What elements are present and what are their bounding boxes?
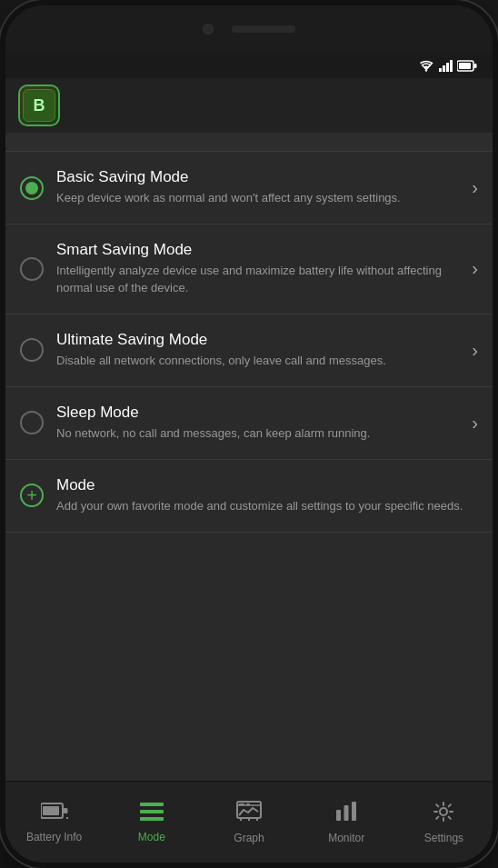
signal-icon (438, 60, 453, 72)
mode-desc-custom: Add your own favorite mode and customize… (56, 498, 478, 515)
nav-label-battery-info: Battery Info (26, 831, 82, 843)
nav-label-monitor: Monitor (328, 832, 364, 844)
front-camera (203, 24, 214, 35)
svg-rect-4 (450, 60, 453, 72)
mode-item-smart[interactable]: Smart Saving Mode Intelligently analyze … (5, 224, 493, 314)
phone-frame: B Basic Saving Mode Keep device work as … (0, 0, 498, 868)
nav-label-settings: Settings (424, 832, 463, 844)
modes-list: Basic Saving Mode Keep device work as no… (5, 151, 493, 781)
svg-rect-11 (140, 803, 164, 806)
phone-screen: B Basic Saving Mode Keep device work as … (5, 53, 493, 863)
svg-rect-9 (63, 808, 67, 813)
nav-item-monitor[interactable]: Monitor (298, 782, 395, 863)
nav-item-graph[interactable]: Graph (200, 782, 297, 863)
mode-arrow-ultimate: › (472, 340, 478, 361)
nav-item-battery-info[interactable]: Battery Info (5, 782, 103, 863)
status-icons (419, 60, 482, 72)
speaker-notch (232, 25, 295, 33)
nav-item-settings[interactable]: Settings (395, 782, 493, 863)
battery-icon (457, 60, 477, 72)
mode-content-custom: Mode Add your own favorite mode and cust… (56, 476, 478, 515)
svg-rect-12 (140, 810, 164, 813)
app-logo-inner: B (23, 89, 55, 122)
svg-rect-7 (459, 63, 471, 69)
svg-point-24 (440, 808, 447, 815)
mode-radio-smart[interactable] (20, 257, 44, 281)
svg-rect-23 (352, 802, 356, 821)
mode-item-sleep[interactable]: Sleep Mode No network, no call and messa… (5, 387, 493, 460)
nav-label-mode: Mode (138, 831, 165, 843)
mode-item-custom[interactable]: + Mode Add your own favorite mode and cu… (5, 460, 493, 533)
mode-desc-smart: Intelligently analyze device use and max… (56, 263, 464, 297)
svg-rect-13 (140, 817, 164, 821)
nav-icon-mode (140, 802, 164, 825)
phone-top-bar (5, 5, 493, 53)
mode-content-sleep: Sleep Mode No network, no call and messa… (56, 404, 464, 443)
nav-icon-graph (236, 801, 262, 826)
svg-point-0 (425, 69, 427, 71)
mode-arrow-basic: › (472, 177, 478, 198)
status-bar (5, 53, 493, 78)
mode-plus-custom: + (20, 484, 44, 507)
nav-item-mode[interactable]: Mode (103, 782, 200, 863)
svg-rect-17 (246, 803, 250, 805)
svg-rect-22 (344, 805, 349, 821)
svg-rect-10 (43, 806, 59, 815)
svg-rect-3 (446, 63, 449, 72)
mode-name-custom: Mode (56, 476, 478, 494)
mode-content-basic: Basic Saving Mode Keep device work as no… (56, 168, 464, 207)
app-header: B (5, 78, 493, 133)
mode-name-sleep: Sleep Mode (56, 404, 464, 422)
bottom-nav: Battery Info Mode Graph Monitor (5, 781, 493, 863)
nav-icon-settings (433, 801, 454, 826)
app-subtitle (5, 133, 493, 151)
app-logo: B (18, 85, 60, 126)
svg-rect-21 (336, 810, 341, 821)
mode-name-ultimate: Ultimate Saving Mode (56, 331, 464, 349)
mode-content-ultimate: Ultimate Saving Mode Disable all network… (56, 331, 464, 370)
svg-rect-6 (474, 64, 477, 68)
mode-desc-ultimate: Disable all network connections, only le… (56, 353, 464, 370)
mode-item-ultimate[interactable]: Ultimate Saving Mode Disable all network… (5, 314, 493, 387)
mode-content-smart: Smart Saving Mode Intelligently analyze … (56, 241, 464, 297)
nav-label-graph: Graph (234, 832, 264, 844)
nav-icon-battery-info (41, 802, 68, 825)
nav-icon-monitor (334, 801, 358, 826)
mode-arrow-smart: › (472, 258, 478, 279)
mode-item-basic[interactable]: Basic Saving Mode Keep device work as no… (5, 152, 493, 224)
mode-desc-basic: Keep device work as normal and won't aff… (56, 190, 464, 207)
mode-arrow-sleep: › (472, 413, 478, 434)
mode-name-basic: Basic Saving Mode (56, 168, 464, 186)
svg-rect-1 (439, 68, 442, 72)
mode-name-smart: Smart Saving Mode (56, 241, 464, 259)
mode-radio-basic[interactable] (20, 176, 44, 200)
more-menu-button[interactable] (465, 102, 480, 109)
svg-rect-2 (443, 65, 445, 72)
mode-radio-ultimate[interactable] (20, 338, 44, 362)
wifi-icon (419, 60, 433, 72)
mode-desc-sleep: No network, no call and messages, can ke… (56, 425, 464, 443)
mode-radio-sleep[interactable] (20, 411, 44, 434)
svg-rect-16 (239, 803, 244, 805)
